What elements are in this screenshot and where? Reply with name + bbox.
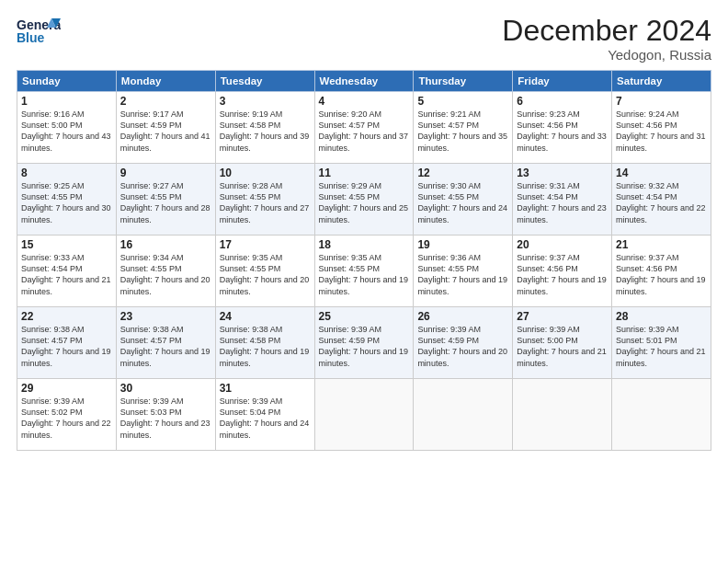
cell-content: Sunrise: 9:20 AMSunset: 4:57 PMDaylight:…	[319, 109, 410, 154]
day-number: 7	[616, 95, 707, 108]
cell-content: Sunrise: 9:35 AMSunset: 4:55 PMDaylight:…	[319, 252, 410, 297]
day-cell	[612, 379, 711, 451]
week-row-3: 15Sunrise: 9:33 AMSunset: 4:54 PMDayligh…	[17, 236, 711, 307]
weekday-header-saturday: Saturday	[612, 71, 711, 92]
day-cell: 7Sunrise: 9:24 AMSunset: 4:56 PMDaylight…	[612, 92, 711, 164]
calendar-page: General Blue December 2024 Yedogon, Russ…	[0, 0, 728, 563]
cell-content: Sunrise: 9:39 AMSunset: 5:03 PMDaylight:…	[120, 396, 211, 441]
cell-content: Sunrise: 9:36 AMSunset: 4:55 PMDaylight:…	[417, 252, 508, 297]
day-cell: 2Sunrise: 9:17 AMSunset: 4:59 PMDaylight…	[116, 92, 215, 164]
cell-content: Sunrise: 9:34 AMSunset: 4:55 PMDaylight:…	[120, 252, 211, 297]
day-number: 17	[220, 238, 311, 251]
cell-content: Sunrise: 9:32 AMSunset: 4:54 PMDaylight:…	[616, 180, 707, 225]
cell-content: Sunrise: 9:25 AMSunset: 4:55 PMDaylight:…	[21, 180, 112, 225]
day-number: 14	[616, 167, 707, 179]
weekday-header-friday: Friday	[513, 71, 612, 92]
weekday-header-tuesday: Tuesday	[215, 71, 314, 92]
day-cell: 3Sunrise: 9:19 AMSunset: 4:58 PMDaylight…	[215, 92, 314, 164]
cell-content: Sunrise: 9:30 AMSunset: 4:55 PMDaylight:…	[417, 180, 508, 225]
day-cell: 20Sunrise: 9:37 AMSunset: 4:56 PMDayligh…	[513, 236, 612, 307]
day-cell: 19Sunrise: 9:36 AMSunset: 4:55 PMDayligh…	[414, 236, 513, 307]
day-cell: 5Sunrise: 9:21 AMSunset: 4:57 PMDaylight…	[414, 92, 513, 164]
cell-content: Sunrise: 9:39 AMSunset: 5:02 PMDaylight:…	[21, 396, 112, 441]
cell-content: Sunrise: 9:38 AMSunset: 4:58 PMDaylight:…	[220, 324, 311, 369]
day-number: 27	[517, 310, 608, 323]
day-cell: 6Sunrise: 9:23 AMSunset: 4:56 PMDaylight…	[513, 92, 612, 164]
day-cell: 27Sunrise: 9:39 AMSunset: 5:00 PMDayligh…	[513, 307, 612, 379]
weekday-header-wednesday: Wednesday	[314, 71, 414, 92]
day-cell: 24Sunrise: 9:38 AMSunset: 4:58 PMDayligh…	[215, 307, 314, 379]
day-cell: 22Sunrise: 9:38 AMSunset: 4:57 PMDayligh…	[17, 307, 117, 379]
day-number: 11	[319, 167, 410, 179]
week-row-5: 29Sunrise: 9:39 AMSunset: 5:02 PMDayligh…	[17, 379, 711, 451]
day-cell: 1Sunrise: 9:16 AMSunset: 5:00 PMDaylight…	[17, 92, 117, 164]
month-title: December 2024	[502, 15, 711, 47]
day-number: 26	[417, 310, 508, 323]
day-number: 15	[21, 238, 112, 251]
weekday-header-thursday: Thursday	[414, 71, 513, 92]
day-number: 30	[120, 382, 211, 395]
cell-content: Sunrise: 9:27 AMSunset: 4:55 PMDaylight:…	[120, 180, 211, 225]
day-cell: 26Sunrise: 9:39 AMSunset: 4:59 PMDayligh…	[414, 307, 513, 379]
location: Yedogon, Russia	[502, 47, 711, 63]
cell-content: Sunrise: 9:37 AMSunset: 4:56 PMDaylight:…	[616, 252, 707, 297]
day-cell	[513, 379, 612, 451]
day-cell: 11Sunrise: 9:29 AMSunset: 4:55 PMDayligh…	[314, 164, 414, 236]
day-cell: 15Sunrise: 9:33 AMSunset: 4:54 PMDayligh…	[17, 236, 117, 307]
day-cell: 31Sunrise: 9:39 AMSunset: 5:04 PMDayligh…	[215, 379, 314, 451]
day-cell: 16Sunrise: 9:34 AMSunset: 4:55 PMDayligh…	[116, 236, 215, 307]
day-number: 4	[319, 95, 410, 108]
day-number: 18	[319, 238, 410, 251]
day-number: 22	[21, 310, 112, 323]
weekday-header-sunday: Sunday	[17, 71, 117, 92]
day-number: 19	[417, 238, 508, 251]
day-number: 9	[120, 167, 211, 179]
day-cell: 28Sunrise: 9:39 AMSunset: 5:01 PMDayligh…	[612, 307, 711, 379]
weekday-header-row: SundayMondayTuesdayWednesdayThursdayFrid…	[17, 71, 711, 92]
day-number: 5	[417, 95, 508, 108]
day-cell: 17Sunrise: 9:35 AMSunset: 4:55 PMDayligh…	[215, 236, 314, 307]
day-cell: 13Sunrise: 9:31 AMSunset: 4:54 PMDayligh…	[513, 164, 612, 236]
cell-content: Sunrise: 9:39 AMSunset: 4:59 PMDaylight:…	[319, 324, 410, 369]
svg-text:Blue: Blue	[17, 30, 45, 45]
day-number: 2	[120, 95, 211, 108]
day-number: 6	[517, 95, 608, 108]
day-number: 28	[616, 310, 707, 323]
day-cell: 10Sunrise: 9:28 AMSunset: 4:55 PMDayligh…	[215, 164, 314, 236]
cell-content: Sunrise: 9:39 AMSunset: 5:01 PMDaylight:…	[616, 324, 707, 369]
cell-content: Sunrise: 9:39 AMSunset: 5:00 PMDaylight:…	[517, 324, 608, 369]
title-block: December 2024 Yedogon, Russia	[502, 15, 711, 63]
cell-content: Sunrise: 9:31 AMSunset: 4:54 PMDaylight:…	[517, 180, 608, 225]
week-row-1: 1Sunrise: 9:16 AMSunset: 5:00 PMDaylight…	[17, 92, 711, 164]
logo: General Blue	[17, 15, 61, 50]
cell-content: Sunrise: 9:37 AMSunset: 4:56 PMDaylight:…	[517, 252, 608, 297]
day-number: 25	[319, 310, 410, 323]
day-number: 3	[220, 95, 311, 108]
logo-icon: General Blue	[17, 15, 61, 50]
cell-content: Sunrise: 9:17 AMSunset: 4:59 PMDaylight:…	[120, 109, 211, 154]
cell-content: Sunrise: 9:29 AMSunset: 4:55 PMDaylight:…	[319, 180, 410, 225]
cell-content: Sunrise: 9:38 AMSunset: 4:57 PMDaylight:…	[120, 324, 211, 369]
calendar-table: SundayMondayTuesdayWednesdayThursdayFrid…	[17, 70, 711, 451]
day-cell: 18Sunrise: 9:35 AMSunset: 4:55 PMDayligh…	[314, 236, 414, 307]
cell-content: Sunrise: 9:19 AMSunset: 4:58 PMDaylight:…	[220, 109, 311, 154]
header: General Blue December 2024 Yedogon, Russ…	[17, 15, 711, 63]
cell-content: Sunrise: 9:16 AMSunset: 5:00 PMDaylight:…	[21, 109, 112, 154]
day-number: 29	[21, 382, 112, 395]
cell-content: Sunrise: 9:28 AMSunset: 4:55 PMDaylight:…	[220, 180, 311, 225]
day-number: 23	[120, 310, 211, 323]
day-cell: 21Sunrise: 9:37 AMSunset: 4:56 PMDayligh…	[612, 236, 711, 307]
cell-content: Sunrise: 9:35 AMSunset: 4:55 PMDaylight:…	[220, 252, 311, 297]
day-number: 12	[417, 167, 508, 179]
day-cell: 23Sunrise: 9:38 AMSunset: 4:57 PMDayligh…	[116, 307, 215, 379]
day-number: 20	[517, 238, 608, 251]
day-cell: 8Sunrise: 9:25 AMSunset: 4:55 PMDaylight…	[17, 164, 117, 236]
day-cell: 25Sunrise: 9:39 AMSunset: 4:59 PMDayligh…	[314, 307, 414, 379]
day-cell: 14Sunrise: 9:32 AMSunset: 4:54 PMDayligh…	[612, 164, 711, 236]
cell-content: Sunrise: 9:39 AMSunset: 5:04 PMDaylight:…	[220, 396, 311, 441]
day-cell: 29Sunrise: 9:39 AMSunset: 5:02 PMDayligh…	[17, 379, 117, 451]
day-number: 8	[21, 167, 112, 179]
day-number: 1	[21, 95, 112, 108]
day-number: 13	[517, 167, 608, 179]
day-cell: 9Sunrise: 9:27 AMSunset: 4:55 PMDaylight…	[116, 164, 215, 236]
